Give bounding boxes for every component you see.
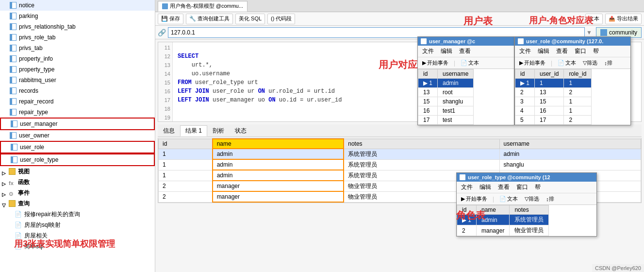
sidebar-item-user-role[interactable]: user_role xyxy=(0,141,155,153)
query-item-house-related[interactable]: 📄 房屋相关 xyxy=(0,230,155,241)
table-row[interactable]: manager xyxy=(213,181,344,191)
section-functions[interactable]: ▷ fx 函数 xyxy=(0,177,155,187)
table-row[interactable]: 1 xyxy=(159,170,213,181)
menu-window[interactable]: 窗口 xyxy=(573,47,588,56)
list-item[interactable]: 15 xyxy=(418,97,438,106)
query-item-house-sql[interactable]: 📄 房屋的sql映射 xyxy=(0,220,155,230)
um-col-id[interactable]: id xyxy=(418,69,438,79)
list-item[interactable]: 13 xyxy=(418,88,438,97)
menu-file[interactable]: 文件 xyxy=(421,47,435,56)
sidebar-item-property-type[interactable]: property_type xyxy=(0,64,155,75)
query-item-repair[interactable]: 📄 报修repair相关的查询 xyxy=(0,209,155,220)
sidebar-item-privs-role[interactable]: privs_role_tab xyxy=(0,32,155,43)
sidebar-item-user-manager[interactable]: user_manager xyxy=(0,118,155,130)
col-header-name[interactable]: name xyxy=(213,139,344,149)
export-button[interactable]: 📤 导出结果 xyxy=(605,14,642,24)
list-item[interactable]: 15 xyxy=(535,97,564,106)
menu-view[interactable]: 查看 xyxy=(555,47,569,56)
menu-file[interactable]: 文件 xyxy=(518,47,532,56)
um-col-username[interactable]: username xyxy=(438,69,474,79)
sidebar-item-repair-type[interactable]: repair_type xyxy=(0,107,155,118)
table-row[interactable]: 1 xyxy=(159,159,213,170)
menu-edit[interactable]: 编辑 xyxy=(536,47,551,56)
list-item[interactable]: 4 xyxy=(515,106,535,116)
list-item[interactable]: ▶ 1 xyxy=(515,79,535,88)
menu-file[interactable]: 文件 xyxy=(460,183,474,192)
table-row[interactable]: admin xyxy=(499,149,641,159)
list-item[interactable]: 2 xyxy=(515,88,535,97)
query-builder-button[interactable]: 🔧 查询创建工具 xyxy=(186,14,233,24)
begin-transaction-btn[interactable]: ▶ 开始事务 xyxy=(459,194,490,204)
result-tab-profile[interactable]: 剖析 xyxy=(207,125,230,136)
table-row[interactable]: 2 xyxy=(159,191,213,202)
section-events[interactable]: ▷ ⊙ 事件 xyxy=(0,187,155,198)
ur-col-id[interactable]: id xyxy=(515,69,535,79)
result-tab-info[interactable]: 信息 xyxy=(158,125,180,136)
query-item-simple-sql[interactable]: 📄 简单sql xyxy=(0,241,155,252)
text-button[interactable]: 文本 xyxy=(585,14,603,24)
table-row[interactable]: admin xyxy=(213,149,344,159)
beautify-button[interactable]: 美化 SQL xyxy=(235,14,265,24)
urt-col-id[interactable]: id xyxy=(457,205,477,215)
active-tab[interactable]: 用户角色-权限模型 @commu... xyxy=(158,1,248,12)
sidebar-item-parking[interactable]: parking xyxy=(0,11,155,21)
list-item[interactable]: 1 xyxy=(564,97,592,106)
table-row[interactable]: shanglu xyxy=(499,159,641,170)
table-row[interactable]: 系统管理员 xyxy=(344,159,499,170)
sort-btn[interactable]: ↕ 排 xyxy=(544,194,557,204)
list-item[interactable]: ▶ 1 xyxy=(457,215,477,225)
text-btn[interactable]: 📄 文本 xyxy=(555,58,578,68)
section-views[interactable]: ▷ 视图 xyxy=(0,166,155,177)
list-item[interactable]: 物业管理员 xyxy=(510,225,549,236)
list-item[interactable]: 3 xyxy=(515,97,535,106)
menu-view[interactable]: 查看 xyxy=(458,47,472,56)
list-item[interactable]: 16 xyxy=(535,106,564,116)
sidebar-item-user-owner[interactable]: user_owner xyxy=(0,130,155,141)
list-item[interactable]: manager xyxy=(477,225,510,236)
sidebar-item-rabbitmq[interactable]: rabbitmq_user xyxy=(0,75,155,85)
ur-col-roleid[interactable]: role_id xyxy=(564,69,592,79)
menu-view[interactable]: 查看 xyxy=(496,183,511,192)
sidebar-item-user-role-type[interactable]: user_role_type xyxy=(0,153,155,166)
list-item[interactable]: ▶ 1 xyxy=(418,79,438,88)
sidebar-item-privs-tab[interactable]: privs_tab xyxy=(0,43,155,53)
list-item[interactable]: test1 xyxy=(438,106,474,116)
list-item[interactable]: 13 xyxy=(535,88,564,97)
urt-col-name[interactable]: name xyxy=(477,205,510,215)
result-tab-result1[interactable]: 结果 1 xyxy=(180,125,207,136)
sidebar-item-records[interactable]: records xyxy=(0,85,155,96)
table-row[interactable]: 1 xyxy=(159,149,213,159)
sidebar-item-privs-relationship[interactable]: privs_relationship_tab xyxy=(0,21,155,32)
sort-btn[interactable]: ↕ 排 xyxy=(602,58,615,68)
list-item[interactable]: 2 xyxy=(564,88,592,97)
list-item[interactable]: 5 xyxy=(515,116,535,125)
table-row[interactable]: admin xyxy=(213,170,344,181)
begin-transaction-btn[interactable]: ▶ 开始事务 xyxy=(517,58,548,68)
save-button[interactable]: 💾 保存 xyxy=(158,14,183,24)
list-item[interactable]: test xyxy=(438,116,474,125)
filter-btn[interactable]: ▽ 筛选 xyxy=(522,194,542,204)
section-queries[interactable]: ▽ 查询 xyxy=(0,198,155,209)
list-item[interactable]: 系统管理员 xyxy=(510,215,549,225)
table-row[interactable]: 2 xyxy=(159,181,213,191)
list-item[interactable]: admin xyxy=(477,215,510,225)
list-item[interactable]: root xyxy=(438,88,474,97)
filter-btn[interactable]: ▽ 筛选 xyxy=(580,58,600,68)
list-item[interactable]: 1 xyxy=(564,106,592,116)
list-item[interactable]: 2 xyxy=(564,116,592,125)
table-row[interactable]: 系统管理员 xyxy=(344,149,499,159)
sidebar-item-property-info[interactable]: property_info xyxy=(0,53,155,64)
code-snippet-button[interactable]: () 代码段 xyxy=(267,14,295,24)
list-item[interactable]: 17 xyxy=(535,116,564,125)
list-item[interactable]: 2 xyxy=(457,225,477,236)
list-item[interactable]: 1 xyxy=(535,79,564,88)
menu-edit[interactable]: 编辑 xyxy=(478,183,493,192)
sidebar-item-notice[interactable]: notice xyxy=(0,0,155,11)
ur-col-userid[interactable]: user_id xyxy=(535,69,564,79)
begin-transaction-btn[interactable]: ▶ 开始事务 xyxy=(420,58,451,68)
text-btn[interactable]: 📄 文本 xyxy=(458,58,481,68)
col-header-id[interactable]: id xyxy=(159,139,213,149)
table-row[interactable]: admin xyxy=(213,159,344,170)
list-item[interactable]: 1 xyxy=(564,79,592,88)
menu-window[interactable]: 窗口 xyxy=(515,183,529,192)
